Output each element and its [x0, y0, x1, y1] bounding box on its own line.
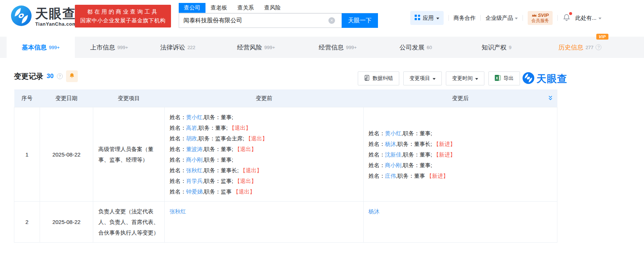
change-line: 姓名：庄伟,职务：董事【新进】 — [368, 170, 552, 181]
chevron-down-icon — [475, 78, 478, 80]
table-header-row: 序号变更日期变更项目变更前变更后 — [14, 89, 557, 107]
subscribe-alert-button[interactable] — [66, 70, 78, 82]
apps-menu-label: 应用 — [423, 15, 434, 22]
change-text: ,职务：董事 — [396, 173, 425, 179]
apps-grid-icon — [415, 15, 420, 21]
person-link[interactable]: 商小刚 — [186, 157, 203, 163]
change-text: ,职务：董事; — [197, 125, 228, 131]
table-row: 22025-08-22负责人变更（法定代表人、负责人、首席代表、合伙事务执行人等… — [14, 202, 557, 243]
person-link[interactable]: 杨沐 — [385, 141, 396, 147]
notifications-button[interactable] — [563, 13, 571, 23]
tab-operation-info[interactable]: 经营信息999+ — [300, 37, 375, 58]
person-link[interactable]: 张秋红 — [186, 167, 203, 173]
header-nav: 应用 商务合作 企业级产品 SVIP 会员服务 — [410, 11, 601, 25]
change-text: 姓名： — [170, 125, 186, 131]
apps-menu[interactable]: 应用 — [410, 11, 444, 25]
person-link[interactable]: 沈新佳 — [385, 151, 401, 158]
toolbar-button-label: 变更时间 — [452, 75, 473, 82]
tab-history-info[interactable]: 历史信息277?VIP — [537, 37, 623, 58]
tab-label: 法律诉讼 — [160, 43, 185, 52]
svg-text:X: X — [496, 76, 498, 80]
nav-divider — [448, 15, 449, 21]
tab-intellectual-property[interactable]: 知识产权9 — [456, 37, 537, 58]
chevron-down-icon — [433, 78, 436, 80]
person-link[interactable]: 肖学兵 — [186, 178, 203, 184]
change-tag: 【退出】 — [234, 146, 256, 152]
tab-label: 经营信息 — [319, 43, 344, 52]
user-account-menu[interactable]: 此处有... — [575, 15, 601, 22]
promo-banner: 都在用的商业查询工具 国家中小企业发展子基金旗下机构 — [75, 5, 171, 27]
chevron-down-icon — [515, 18, 518, 19]
change-text: ,职务：董事; — [401, 162, 432, 168]
search-tab-relation[interactable]: 查关系 — [232, 3, 259, 13]
chevron-down-icon — [598, 18, 601, 19]
svip-label: SVIP — [538, 13, 549, 18]
help-icon[interactable]: ? — [57, 73, 63, 79]
person-link[interactable]: 庄伟 — [385, 173, 396, 179]
nav-enterprise-products[interactable]: 企业级产品 — [485, 15, 518, 22]
notification-dot — [569, 12, 572, 15]
person-link[interactable]: 张秋红 — [170, 208, 186, 214]
nav-business-cooperation[interactable]: 商务合作 — [454, 15, 476, 22]
change-line: 姓名：钟爱娣,职务：监事【退出】 — [170, 186, 359, 197]
tab-label: 经营风险 — [237, 43, 262, 52]
svip-membership-button[interactable]: SVIP 会员服务 — [528, 11, 553, 25]
change-line: 姓名：商小刚,职务：董事; — [368, 160, 552, 170]
change-line: 姓名：肖学兵,职务：监事;【退出】 — [170, 176, 359, 186]
tab-label: 历史信息 — [559, 43, 583, 52]
search-tab-boss[interactable]: 查老板 — [205, 3, 232, 13]
search-tab-risk[interactable]: 查风险 — [259, 3, 286, 13]
change-tag: 【新进】 — [433, 141, 455, 147]
change-text: ,职务：董事; — [203, 114, 233, 120]
search-button[interactable]: 天眼一下 — [342, 13, 378, 28]
search-type-tabs: 查公司查老板查关系查风险 — [179, 3, 378, 13]
toolbar-button-label: 导出 — [503, 75, 514, 82]
search-tab-company[interactable]: 查公司 — [179, 3, 205, 13]
tianyancha-logo[interactable]: 天眼查 TianYanCha.com — [11, 5, 77, 27]
clear-search-icon[interactable]: × — [328, 17, 335, 24]
tab-legal-litigation[interactable]: 法律诉讼222 — [143, 37, 212, 58]
person-link[interactable]: 钟爱娣 — [186, 188, 203, 195]
change-text: ,职务：监事 — [203, 188, 232, 195]
person-link[interactable]: 胡政 — [186, 135, 197, 141]
search-area: 查公司查老板查关系查风险 × 天眼一下 — [179, 3, 378, 28]
tab-count: 9 — [509, 45, 511, 50]
tab-count: 999+ — [49, 45, 59, 50]
tab-company-development[interactable]: 公司发展60 — [375, 37, 456, 58]
data-correction-button[interactable]: 数据纠错 — [358, 71, 399, 85]
column-header: 变更前 — [165, 89, 364, 107]
section-toolbar: 数据纠错变更项目变更时间X导出 — [358, 71, 520, 85]
double-chevron-down-icon[interactable] — [548, 95, 553, 102]
change-text: 姓名： — [368, 173, 385, 179]
person-link[interactable]: 杨沐 — [368, 208, 379, 214]
person-link[interactable]: 商小刚 — [385, 162, 401, 168]
tab-listing-info[interactable]: 上市信息999+ — [75, 37, 143, 58]
person-link[interactable]: 黄小红 — [385, 130, 401, 136]
nav-divider — [523, 15, 523, 21]
person-link[interactable]: 董波涛 — [186, 146, 203, 152]
person-link[interactable]: 黄小红 — [186, 114, 203, 120]
row-number-cell: 2 — [14, 202, 40, 243]
watermark-text: 天眼查 — [536, 72, 567, 85]
tianyancha-logo-icon — [11, 5, 32, 27]
help-icon[interactable]: ? — [596, 44, 601, 50]
change-records-table: 序号变更日期变更项目变更前变更后 12025-08-22高级管理人员备案（董事、… — [14, 89, 557, 243]
change-line: 姓名：沈新佳,职务：董事;【新进】 — [368, 149, 552, 160]
tab-basic-info[interactable]: 基本信息999+ — [7, 37, 75, 58]
change-text: ,职务：监事会主席; — [197, 135, 244, 141]
nav-divider — [480, 15, 481, 21]
tab-count: 222 — [188, 45, 196, 50]
watermark-logo-icon — [523, 72, 534, 85]
change-tag: 【新进】 — [426, 173, 448, 179]
change-text: 姓名： — [170, 157, 186, 163]
search-input[interactable] — [179, 13, 342, 28]
table-row: 12025-08-22高级管理人员备案（董事、监事、经理等）姓名：黄小红,职务：… — [14, 107, 557, 202]
change-time-filter-button[interactable]: 变更时间 — [446, 71, 484, 85]
data-correction-icon — [364, 75, 370, 82]
export-button[interactable]: X导出 — [488, 71, 520, 85]
change-item-filter-button[interactable]: 变更项目 — [403, 71, 442, 85]
change-line: 姓名：高岩,职务：董事;【退出】 — [170, 122, 359, 133]
tab-operation-risk[interactable]: 经营风险999+ — [212, 37, 300, 58]
person-link[interactable]: 高岩 — [186, 125, 197, 131]
change-before-cell: 姓名：黄小红,职务：董事;姓名：高岩,职务：董事;【退出】姓名：胡政,职务：监事… — [165, 107, 364, 202]
